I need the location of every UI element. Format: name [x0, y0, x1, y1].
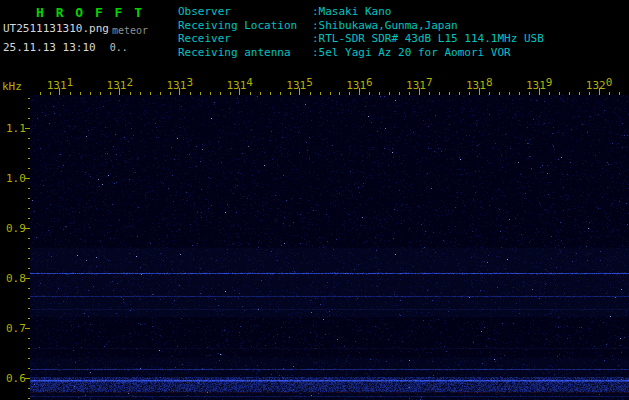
axis-tick: [479, 88, 480, 95]
axis-tick: [59, 88, 60, 95]
spectrogram-canvas: [30, 95, 629, 400]
info-value: :RTL-SDR SDR# 43dB L15 114.1MHz USB: [312, 32, 544, 46]
info-row: Receiving antenna:5el Yagi Az 20 for Aom…: [178, 46, 544, 60]
output-filename: UT2511131310.png: [3, 22, 109, 35]
y-tick-label: 0.8: [6, 271, 26, 284]
observation-info: Observer:Masaki KanoReceiving Location:S…: [178, 5, 544, 59]
y-tick-label: 1.1: [6, 121, 26, 134]
mode-label: meteor: [112, 25, 148, 36]
app-title: H R O F F T: [36, 5, 144, 20]
y-tick-label: 0.6: [6, 371, 26, 384]
axis-tick: [599, 88, 600, 95]
y-tick-label: 1.0: [6, 171, 26, 184]
status-counter: 0..: [110, 42, 128, 53]
axis-tick: [539, 88, 540, 95]
info-value: :Shibukawa,Gunma,Japan: [312, 19, 458, 33]
axis-tick: [239, 88, 240, 95]
y-axis-unit: kHz: [2, 80, 22, 93]
axis-tick: [119, 88, 120, 95]
hrofft-screen: H R O F F T UT2511131310.pngmeteor 25.11…: [0, 0, 629, 400]
info-value: :Masaki Kano: [312, 5, 391, 19]
timestamp: 25.11.13 13:10: [3, 41, 96, 54]
axis-tick: [299, 88, 300, 95]
y-tick-label: 0.9: [6, 221, 26, 234]
timestamp-row: 25.11.13 13:100..: [3, 41, 128, 54]
axis-tick: [359, 88, 360, 95]
output-filename-row: UT2511131310.pngmeteor: [3, 22, 148, 35]
info-value: :5el Yagi Az 20 for Aomori VOR: [312, 46, 511, 60]
y-tick-label: 0.7: [6, 321, 26, 334]
info-row: Observer:Masaki Kano: [178, 5, 544, 19]
info-label: Receiving Location: [178, 19, 312, 33]
info-label: Receiving antenna: [178, 46, 312, 60]
info-label: Receiver: [178, 32, 312, 46]
info-label: Observer: [178, 5, 312, 19]
info-row: Receiver:RTL-SDR SDR# 43dB L15 114.1MHz …: [178, 32, 544, 46]
axis-tick: [419, 88, 420, 95]
axis-tick: [179, 88, 180, 95]
info-row: Receiving Location:Shibukawa,Gunma,Japan: [178, 19, 544, 33]
